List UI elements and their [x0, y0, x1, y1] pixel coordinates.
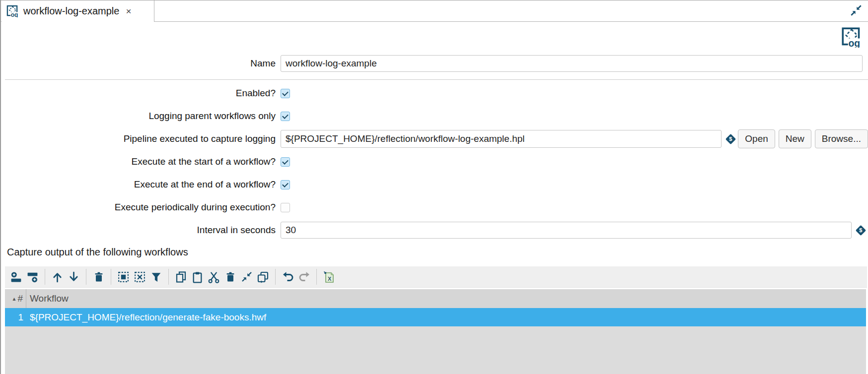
- table-empty-area[interactable]: [5, 326, 866, 374]
- toolbar-separator: [316, 269, 317, 285]
- delete-selected-rows-icon[interactable]: [223, 270, 237, 284]
- new-button[interactable]: New: [779, 129, 811, 148]
- toolbar-separator: [86, 269, 86, 285]
- execute-periodic-row: Execute periodically during execution?: [0, 200, 868, 215]
- window-left-border: [0, 0, 1, 374]
- svg-text:og: og: [11, 11, 18, 17]
- delete-rows-icon[interactable]: [92, 270, 105, 284]
- name-row: Name: [0, 54, 868, 73]
- execute-end-row: Execute at the end of a workflow?: [0, 177, 868, 192]
- pipeline-row: Pipeline executed to capture logging $ O…: [0, 128, 868, 150]
- table-row[interactable]: 1 ${PROJECT_HOME}/reflection/generate-fa…: [5, 308, 866, 326]
- tab-close-icon[interactable]: ×: [126, 6, 131, 16]
- sort-ascending-icon: ▴: [12, 296, 15, 302]
- name-label: Name: [0, 58, 276, 69]
- execute-periodic-checkbox[interactable]: [281, 203, 290, 212]
- svg-text:og: og: [849, 38, 861, 48]
- tab-bar: og workflow-log-example ×: [0, 0, 868, 22]
- undo-icon[interactable]: [281, 270, 294, 284]
- enabled-checkbox[interactable]: [281, 89, 290, 98]
- workflow-log-icon: og: [6, 5, 19, 17]
- row-workflow-value[interactable]: ${PROJECT_HOME}/reflection/generate-fake…: [26, 312, 266, 323]
- move-rows-down-icon[interactable]: [67, 270, 80, 284]
- interval-row: Interval in seconds $: [0, 220, 868, 240]
- enabled-row: Enabled?: [0, 86, 868, 101]
- execute-end-checkbox[interactable]: [281, 180, 290, 189]
- tab-workflow-log-example[interactable]: og workflow-log-example ×: [1, 0, 154, 22]
- keep-selected-rows-icon[interactable]: [240, 270, 253, 284]
- workflow-log-icon: og: [841, 27, 862, 48]
- execute-periodic-label: Execute periodically during execution?: [0, 202, 276, 213]
- capture-output-title: Capture output of the following workflow…: [7, 247, 188, 258]
- workflows-table-header: ▴ # Workflow: [5, 289, 866, 308]
- duplicate-row-icon[interactable]: [256, 270, 270, 284]
- logging-parent-label: Logging parent workflows only: [0, 111, 276, 122]
- variable-icon[interactable]: $: [725, 133, 736, 144]
- filter-rows-icon[interactable]: [149, 270, 163, 284]
- pipeline-label: Pipeline executed to capture logging: [0, 133, 276, 144]
- interval-label: Interval in seconds: [0, 225, 276, 236]
- insert-row-before-icon[interactable]: [9, 270, 23, 284]
- svg-text:X: X: [328, 275, 332, 281]
- section-divider: [5, 79, 868, 80]
- execute-start-checkbox[interactable]: [281, 157, 290, 167]
- move-rows-up-icon[interactable]: [51, 270, 64, 284]
- pipeline-filename-input[interactable]: [281, 130, 722, 148]
- column-header-workflow[interactable]: Workflow: [26, 293, 69, 304]
- redo-icon[interactable]: [297, 270, 311, 284]
- toolbar-separator: [45, 269, 45, 285]
- paste-rows-icon[interactable]: [191, 270, 204, 284]
- collapse-panel-icon[interactable]: [849, 3, 863, 17]
- export-to-excel-icon[interactable]: X: [322, 270, 336, 284]
- window-top-border: [0, 0, 868, 0]
- toolbar-separator: [168, 269, 169, 285]
- open-button[interactable]: Open: [738, 129, 775, 148]
- execute-end-label: Execute at the end of a workflow?: [0, 179, 276, 190]
- toolbar-separator: [275, 269, 276, 285]
- logging-parent-checkbox[interactable]: [281, 112, 290, 121]
- toolbar-separator: [111, 269, 111, 285]
- row-number: 1: [5, 308, 26, 326]
- cut-rows-icon[interactable]: [207, 270, 220, 284]
- name-input[interactable]: [281, 55, 863, 72]
- insert-row-after-icon[interactable]: [26, 270, 39, 284]
- enabled-label: Enabled?: [0, 88, 276, 99]
- clear-selection-icon[interactable]: [133, 270, 146, 284]
- workflows-table-toolbar: X: [5, 266, 867, 288]
- select-all-rows-icon[interactable]: [117, 270, 130, 284]
- column-header-number-label: #: [17, 293, 23, 304]
- execute-start-label: Execute at the start of a workflow?: [0, 156, 276, 167]
- interval-input[interactable]: [281, 222, 852, 239]
- variable-icon[interactable]: $: [856, 225, 866, 235]
- copy-rows-icon[interactable]: [174, 270, 188, 284]
- tab-title: workflow-log-example: [23, 5, 119, 17]
- execute-start-row: Execute at the start of a workflow?: [0, 154, 868, 169]
- column-header-number[interactable]: ▴ #: [5, 289, 26, 308]
- browse-button[interactable]: Browse...: [815, 129, 868, 148]
- workflow-log-editor: og workflow-log-example × og Name: [0, 0, 868, 374]
- logging-parent-row: Logging parent workflows only: [0, 109, 868, 124]
